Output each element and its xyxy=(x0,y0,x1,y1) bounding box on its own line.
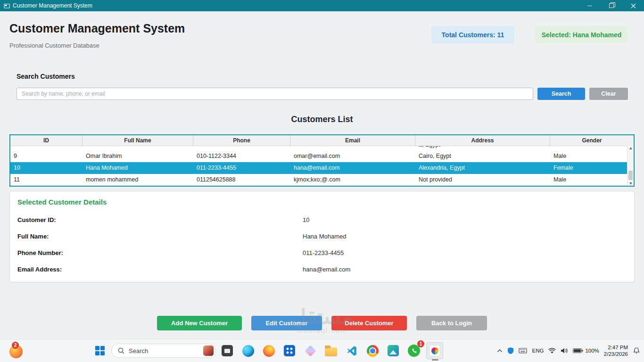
file-explorer-icon[interactable] xyxy=(322,342,339,359)
cell-phone: 010-1122-3344 xyxy=(193,153,290,159)
battery-icon xyxy=(573,348,583,354)
diamond-app-icon[interactable] xyxy=(302,342,319,359)
cell-phone: 011-2233-4455 xyxy=(193,165,290,171)
column-header-id: ID xyxy=(10,135,83,146)
start-button-icon[interactable] xyxy=(95,346,105,355)
edit-customer-button[interactable]: Edit Customer xyxy=(251,316,322,330)
chevron-up-icon[interactable] xyxy=(497,349,503,353)
whatsapp-icon[interactable]: 1 xyxy=(405,342,422,359)
taskbar-search-box[interactable]: Search xyxy=(111,344,216,358)
wifi-icon[interactable] xyxy=(548,347,556,354)
restore-button[interactable] xyxy=(601,0,622,11)
taskbar: 2 Search 1 xyxy=(0,339,644,362)
taskbar-search-label: Search xyxy=(129,347,203,354)
triangle-up-icon xyxy=(629,147,632,149)
tray-date: 2/23/2026 xyxy=(604,351,628,357)
column-header-phone: Phone xyxy=(193,135,290,146)
battery-percent: 100% xyxy=(585,348,599,354)
app-grid-icon[interactable] xyxy=(281,342,298,359)
detail-row: Full Name: Hana Mohamed xyxy=(17,228,627,245)
chrome-glyph xyxy=(367,345,379,357)
customers-table: ID Full Name Phone Email Address Gender … xyxy=(9,134,635,187)
scrollbar-thumb[interactable] xyxy=(628,171,633,180)
search-button[interactable]: Search xyxy=(537,88,585,100)
column-header-address: Address xyxy=(415,135,550,146)
clock[interactable]: 2:47 PM 2/23/2026 xyxy=(604,344,628,357)
column-header-email: Email xyxy=(290,135,415,146)
table-row-partial[interactable]: a, Egypt xyxy=(10,146,634,150)
detail-value: 10 xyxy=(303,216,309,223)
screen-capture-icon[interactable] xyxy=(219,342,236,359)
cell-id: 10 xyxy=(10,165,83,171)
cell-address: Alexandria, Egypt xyxy=(415,165,550,171)
column-header-full-name: Full Name xyxy=(83,135,193,146)
tray-time: 2:47 PM xyxy=(604,344,628,351)
table-row-selected[interactable]: 10 Hana Mohamed 011-2233-4455 hana@email… xyxy=(10,162,634,174)
cell-full-name: momen mohammed xyxy=(83,176,193,183)
detail-label: Customer ID: xyxy=(17,216,303,223)
total-customers-badge: Total Customers: 11 xyxy=(431,26,514,43)
app-icon xyxy=(4,3,10,9)
cell-full-name: Hana Mohamed xyxy=(83,165,193,171)
cell-email: kjmox;kxo;@.com xyxy=(290,176,415,183)
details-title: Selected Customer Details xyxy=(17,198,627,206)
page-subtitle: Professional Customer Database xyxy=(9,42,99,49)
minimize-icon xyxy=(587,6,592,6)
scrollbar-up-arrow[interactable] xyxy=(627,146,634,150)
minimize-button[interactable] xyxy=(579,0,601,11)
back-to-login-button[interactable]: Back to Login xyxy=(416,316,487,330)
edge-glyph xyxy=(242,345,254,357)
delete-customer-button[interactable]: Delete Customer xyxy=(331,316,407,330)
folder-glyph xyxy=(325,347,337,356)
cell-gender: Female xyxy=(550,165,634,171)
table-scrollbar[interactable] xyxy=(627,146,634,186)
restore-icon xyxy=(609,3,614,8)
selected-customer-details-card: Selected Customer Details Customer ID: 1… xyxy=(9,191,635,282)
triangle-down-icon xyxy=(629,182,632,185)
page-title: Customer Management System xyxy=(9,22,185,35)
close-button[interactable] xyxy=(622,0,644,11)
table-header-row: ID Full Name Phone Email Address Gender xyxy=(10,135,634,146)
table-row[interactable]: 9 Omar Ibrahim 010-1122-3344 omar@email.… xyxy=(10,150,634,162)
firefox-glyph xyxy=(263,345,275,357)
search-input[interactable] xyxy=(17,88,533,100)
detail-value: hana@email.com xyxy=(303,266,350,273)
clear-button[interactable]: Clear xyxy=(589,88,628,100)
action-buttons-row: Add New Customer Edit Customer Delete Cu… xyxy=(0,316,644,330)
detail-row: Phone Number: 011-2233-4455 xyxy=(17,245,627,261)
diamond-glyph xyxy=(305,345,316,356)
notification-app-icon[interactable]: 2 xyxy=(9,345,23,358)
language-indicator[interactable]: ENG xyxy=(532,348,544,354)
photos-glyph xyxy=(429,345,440,356)
cell-address: Cairo, Egypt xyxy=(415,153,550,159)
detail-label: Full Name: xyxy=(17,233,303,240)
gallery-app-icon[interactable] xyxy=(385,342,402,359)
edge-browser-icon[interactable] xyxy=(239,342,256,359)
cell-gender: Male xyxy=(550,153,634,159)
column-header-gender: Gender xyxy=(550,135,634,146)
add-new-customer-button[interactable]: Add New Customer xyxy=(157,316,242,330)
table-row[interactable]: 11 momen mohammed 011254625888 kjmox;kxo… xyxy=(10,174,634,186)
search-icon xyxy=(117,347,125,354)
detail-row: Customer ID: 10 xyxy=(17,212,627,228)
cell-full-name: Omar Ibrahim xyxy=(83,153,193,159)
detail-value: 011-2233-4455 xyxy=(303,249,344,256)
notification-bell-icon[interactable] xyxy=(633,347,640,354)
search-section-title: Search Customers xyxy=(17,73,75,80)
selected-customer-badge: Selected: Hana Mohamed xyxy=(535,26,628,43)
firefox-browser-icon[interactable] xyxy=(260,342,277,359)
detail-label: Phone Number: xyxy=(17,249,303,256)
scrollbar-down-arrow[interactable] xyxy=(627,181,634,186)
notification-count-badge: 2 xyxy=(12,342,19,349)
volume-icon[interactable] xyxy=(561,347,568,354)
detail-row: Email Address: hana@email.com xyxy=(17,261,627,278)
detail-value: Hana Mohamed xyxy=(303,233,347,240)
touch-keyboard-icon[interactable] xyxy=(519,347,527,354)
security-shield-icon[interactable] xyxy=(507,347,514,354)
battery-indicator[interactable]: 100% xyxy=(573,348,599,354)
vscode-icon[interactable] xyxy=(343,342,360,359)
cell-phone: 011254625888 xyxy=(193,176,290,183)
photos-app-icon[interactable] xyxy=(426,342,443,359)
cell-address: a, Egypt xyxy=(415,146,550,148)
chrome-browser-icon[interactable] xyxy=(364,342,381,359)
